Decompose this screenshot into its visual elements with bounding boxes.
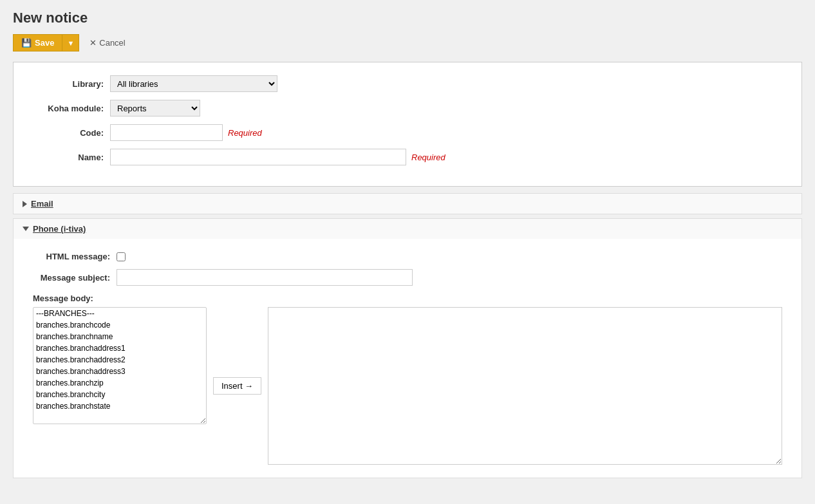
save-button-group: 💾 Save ▼ bbox=[13, 34, 79, 51]
koha-module-label: Koha module: bbox=[33, 104, 110, 113]
save-dropdown-button[interactable]: ▼ bbox=[62, 34, 79, 51]
library-row: Library: All libraries bbox=[33, 75, 782, 92]
insert-label: Insert → bbox=[221, 381, 253, 391]
email-section: Email bbox=[13, 193, 802, 214]
toolbar: 💾 Save ▼ ✕ Cancel bbox=[13, 34, 802, 51]
message-body-section: Message body: ---BRANCHES--- branches.br… bbox=[33, 294, 782, 465]
phone-chevron-down-icon bbox=[23, 227, 29, 231]
message-subject-row: Message subject: bbox=[33, 269, 782, 286]
library-label: Library: bbox=[33, 79, 110, 89]
cancel-label: Cancel bbox=[99, 38, 125, 48]
html-message-row: HTML message: bbox=[33, 252, 782, 261]
cancel-button[interactable]: ✕ Cancel bbox=[84, 35, 130, 51]
token-option: branches.branchaddress3 bbox=[33, 366, 206, 377]
insert-button[interactable]: Insert → bbox=[213, 377, 261, 395]
save-icon: 💾 bbox=[21, 38, 32, 48]
library-control-wrap: All libraries bbox=[110, 75, 277, 92]
koha-module-control-wrap: Reports Acquisitions Catalogue Circulati… bbox=[110, 100, 200, 117]
message-body-textarea[interactable] bbox=[268, 307, 782, 465]
email-section-header[interactable]: Email bbox=[14, 194, 801, 214]
phone-section-label: Phone (i-tiva) bbox=[33, 224, 86, 234]
phone-section-content: HTML message: Message subject: Message b… bbox=[14, 239, 801, 478]
html-message-checkbox[interactable] bbox=[117, 252, 126, 261]
token-option: branches.branchzip bbox=[33, 377, 206, 389]
name-control-wrap: Required bbox=[110, 149, 445, 165]
page-title: New notice bbox=[13, 10, 802, 26]
phone-section: Phone (i-tiva) HTML message: Message sub… bbox=[13, 218, 802, 478]
token-option: branches.branchcity bbox=[33, 389, 206, 400]
token-option: branches.branchcode bbox=[33, 319, 206, 331]
library-select[interactable]: All libraries bbox=[110, 75, 277, 92]
name-input[interactable] bbox=[110, 149, 406, 165]
email-section-label: Email bbox=[31, 199, 53, 209]
name-label: Name: bbox=[33, 153, 110, 162]
phone-section-header[interactable]: Phone (i-tiva) bbox=[14, 219, 801, 239]
token-list[interactable]: ---BRANCHES--- branches.branchcode branc… bbox=[33, 307, 207, 424]
page-wrapper: New notice 💾 Save ▼ ✕ Cancel Library: Al… bbox=[0, 0, 815, 504]
message-body-label: Message body: bbox=[33, 294, 782, 303]
code-control-wrap: Required bbox=[110, 124, 262, 141]
message-subject-input[interactable] bbox=[117, 269, 413, 286]
name-required: Required bbox=[411, 153, 445, 162]
main-form-card: Library: All libraries Koha module: Repo… bbox=[13, 62, 802, 187]
html-message-label: HTML message: bbox=[33, 252, 117, 261]
code-label: Code: bbox=[33, 128, 110, 138]
token-option: branches.branchstate bbox=[33, 400, 206, 412]
token-option: branches.branchaddress1 bbox=[33, 342, 206, 354]
code-input[interactable] bbox=[110, 124, 223, 141]
save-button[interactable]: 💾 Save bbox=[13, 34, 62, 51]
cancel-x-icon: ✕ bbox=[89, 38, 97, 48]
message-subject-label: Message subject: bbox=[33, 273, 117, 283]
koha-module-row: Koha module: Reports Acquisitions Catalo… bbox=[33, 100, 782, 117]
code-required: Required bbox=[228, 128, 262, 138]
email-chevron-right-icon bbox=[23, 201, 27, 207]
name-row: Name: Required bbox=[33, 149, 782, 165]
token-option: ---BRANCHES--- bbox=[33, 308, 206, 319]
message-body-controls: ---BRANCHES--- branches.branchcode branc… bbox=[33, 307, 782, 465]
token-option: branches.branchname bbox=[33, 331, 206, 342]
save-label: Save bbox=[35, 38, 54, 48]
token-option: branches.branchaddress2 bbox=[33, 354, 206, 366]
koha-module-select[interactable]: Reports Acquisitions Catalogue Circulati… bbox=[110, 100, 200, 117]
code-row: Code: Required bbox=[33, 124, 782, 141]
